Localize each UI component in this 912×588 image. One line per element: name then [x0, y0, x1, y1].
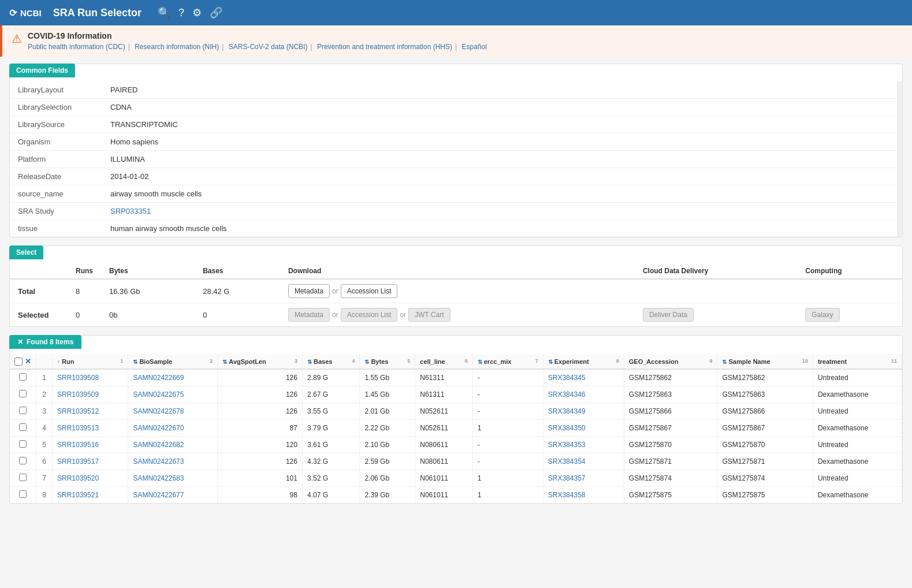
avgspotlen-cell: 126	[218, 403, 303, 420]
biosample-link[interactable]: SAMN02422670	[128, 420, 218, 437]
biosample-link[interactable]: SAMN02422673	[128, 453, 218, 470]
col-header-bytes[interactable]: ⇅Bytes5	[360, 354, 415, 369]
common-field-row: OrganismHomo sapiens	[10, 133, 902, 151]
row-checkbox[interactable]	[19, 490, 27, 498]
biosample-link[interactable]: SAMN02422675	[128, 386, 218, 403]
cellline-cell: N061011	[415, 487, 472, 504]
row-checkbox[interactable]	[19, 474, 27, 481]
run-link[interactable]: SRR1039517	[53, 453, 128, 470]
run-link[interactable]: SRR1039520	[53, 470, 128, 487]
row-num: 1	[36, 369, 53, 386]
field-value: ILLUMINA	[102, 151, 902, 168]
selected-metadata-btn: Metadata	[288, 308, 330, 322]
app-header: ⟳ NCBI SRA Run Selector 🔍 ? ⚙ 🔗	[0, 0, 912, 25]
help-icon[interactable]: ?	[178, 7, 184, 19]
total-metadata-btn[interactable]: Metadata	[288, 284, 330, 298]
treatment-cell: Dexamethasone	[813, 386, 902, 403]
field-key: Platform	[10, 151, 102, 168]
samplename-cell: GSM1275874	[717, 470, 813, 487]
erccmix-cell: -	[472, 403, 543, 420]
experiment-link[interactable]: SRX384358	[543, 487, 624, 504]
found-tab: ✕ Found 8 Items	[9, 335, 81, 349]
table-row: 4SRR1039513SAMN02422670873.79 G2.22 GbN0…	[10, 420, 902, 437]
field-value[interactable]: SRP033351	[102, 203, 902, 220]
samplename-cell: GSM1275863	[717, 386, 813, 403]
col-bytes: Bytes	[101, 263, 195, 279]
covid-title: COVID-19 Information	[28, 31, 487, 40]
biosample-link[interactable]: SAMN02422677	[128, 487, 218, 504]
row-checkbox[interactable]	[19, 423, 27, 431]
experiment-link[interactable]: SRX384357	[543, 470, 624, 487]
selected-row: Selected 0 0b 0 Metadata or Accession Li…	[10, 303, 902, 327]
ncbi-sars-link[interactable]: SARS-CoV-2 data (NCBI)	[229, 43, 308, 51]
col-header-avgspotlen[interactable]: ⇅AvgSpotLen3	[218, 354, 303, 369]
run-link[interactable]: SRR1039508	[53, 369, 128, 386]
field-key: Organism	[10, 133, 102, 151]
col-header-experiment[interactable]: ⇅Experiment8	[543, 354, 624, 369]
app-title: SRA Run Selector	[53, 7, 142, 19]
search-icon[interactable]: 🔍	[158, 6, 170, 19]
nih-link[interactable]: Research information (NIH)	[135, 43, 219, 51]
scrollbar[interactable]	[898, 81, 902, 237]
experiment-link[interactable]: SRX384346	[543, 386, 624, 403]
row-checkbox[interactable]	[19, 457, 27, 464]
bases-cell: 2.67 G	[302, 386, 359, 403]
run-link[interactable]: SRR1039512	[53, 403, 128, 420]
run-link[interactable]: SRR1039516	[53, 437, 128, 453]
run-link[interactable]: SRR1039513	[53, 420, 128, 437]
field-key: ReleaseDate	[10, 168, 102, 185]
total-runs: 8	[68, 279, 101, 303]
bases-cell: 4.07 G	[302, 487, 359, 504]
row-checkbox[interactable]	[19, 407, 27, 414]
experiment-link[interactable]: SRX384345	[543, 369, 624, 386]
x-icon[interactable]: ✕	[17, 338, 23, 346]
selected-cloud: Deliver Data	[635, 303, 797, 327]
col-header-run[interactable]: ↑Run1	[53, 354, 128, 369]
samplename-cell: GSM1275866	[717, 403, 813, 420]
hhs-link[interactable]: Prevention and treatment information (HH…	[317, 43, 452, 51]
bases-cell: 3.52 G	[302, 470, 359, 487]
experiment-link[interactable]: SRX384354	[543, 453, 624, 470]
table-row: 8SRR1039521SAMN02422677984.07 G2.39 GbN0…	[10, 487, 902, 504]
cellline-cell: N61311	[415, 369, 472, 386]
row-num: 7	[36, 470, 53, 487]
col-header-geo: GEO_Accession9	[624, 354, 717, 369]
experiment-link[interactable]: SRX384349	[543, 403, 624, 420]
field-value: airway smooth muscle cells	[102, 185, 902, 203]
avgspotlen-cell: 98	[218, 487, 303, 504]
row-checkbox[interactable]	[19, 390, 27, 397]
cellline-cell: N61311	[415, 386, 472, 403]
biosample-link[interactable]: SAMN02422683	[128, 470, 218, 487]
col-header-erccmix[interactable]: ⇅ercc_mix7	[472, 354, 543, 369]
selected-bases: 0	[195, 303, 280, 327]
total-accession-btn[interactable]: Accession List	[341, 284, 398, 298]
biosample-link[interactable]: SAMN02422678	[128, 403, 218, 420]
selected-runs: 0	[68, 303, 101, 327]
common-field-row: LibrarySourceTRANSCRIPTOMIC	[10, 116, 902, 133]
field-key: tissue	[10, 220, 102, 237]
biosample-link[interactable]: SAMN02422669	[128, 369, 218, 386]
field-value: PAIRED	[102, 81, 902, 99]
experiment-link[interactable]: SRX384350	[543, 420, 624, 437]
gear-icon[interactable]: ⚙	[192, 6, 202, 19]
experiment-link[interactable]: SRX384353	[543, 437, 624, 453]
found-items-card: ✕ Found 8 Items ✕ ↑Run1 ⇅BioSample2 ⇅Avg…	[9, 335, 903, 504]
erccmix-cell: -	[472, 453, 543, 470]
field-key: source_name	[10, 185, 102, 203]
link-icon[interactable]: 🔗	[210, 6, 222, 19]
select-all-header[interactable]: ✕	[10, 354, 36, 369]
run-link[interactable]: SRR1039509	[53, 386, 128, 403]
select-all-checkbox[interactable]	[14, 358, 23, 366]
biosample-link[interactable]: SAMN02422682	[128, 437, 218, 453]
avgspotlen-cell: 126	[218, 453, 303, 470]
clear-all-btn[interactable]: ✕	[25, 357, 31, 366]
row-checkbox[interactable]	[19, 440, 27, 448]
row-checkbox[interactable]	[19, 373, 27, 381]
col-header-biosample[interactable]: ⇅BioSample2	[128, 354, 218, 369]
col-header-bases[interactable]: ⇅Bases4	[302, 354, 359, 369]
row-num: 6	[36, 453, 53, 470]
espanol-link[interactable]: Español	[461, 43, 486, 51]
run-link[interactable]: SRR1039521	[53, 487, 128, 504]
col-header-samplename[interactable]: ⇅Sample Name10	[717, 354, 813, 369]
cdc-link[interactable]: Public health information (CDC)	[28, 43, 125, 51]
